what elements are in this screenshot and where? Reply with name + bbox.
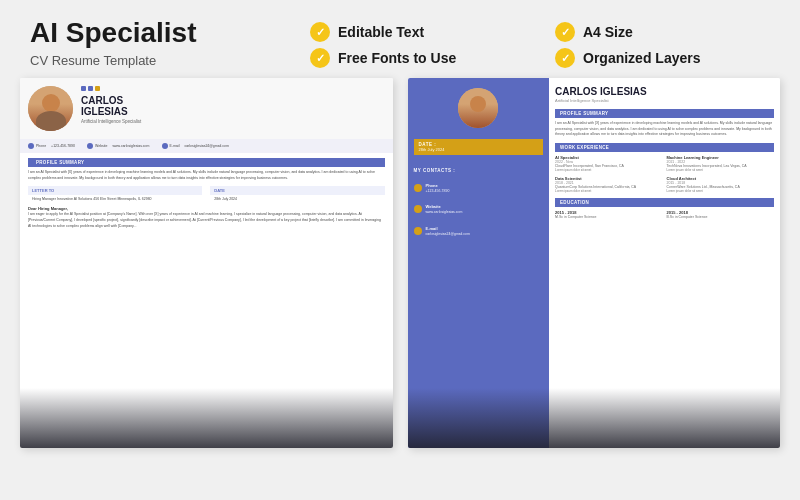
profile-text-1: I am an AI Specialist with [X] years of … bbox=[20, 170, 393, 181]
preview-area: CARLOS IGLESIAS Artificial Intelligence … bbox=[0, 78, 800, 500]
resume-name-1: CARLOS IGLESIAS bbox=[81, 95, 385, 117]
dot-blue-2 bbox=[88, 86, 93, 91]
dot-gold-1 bbox=[95, 86, 100, 91]
resume-card-2: DATE : 28th July 2024 MY CONTACTS : Phon… bbox=[408, 78, 781, 448]
avatar-2 bbox=[458, 88, 498, 128]
feature-label-editable: Editable Text bbox=[338, 24, 424, 40]
dear-text: Dear Hiring Manager, bbox=[20, 202, 393, 212]
check-icon-a4 bbox=[555, 22, 575, 42]
profile-summary-bar-1: PROFILE SUMMARY bbox=[28, 158, 385, 167]
phone-icon-2 bbox=[414, 184, 422, 192]
website-icon-1 bbox=[87, 143, 93, 149]
feature-editable-text: Editable Text bbox=[310, 22, 525, 42]
page-wrapper: AI Specialist CV Resume Template Editabl… bbox=[0, 0, 800, 500]
contact-email-2: E-mail carlosiglesias24@gmail.com bbox=[414, 226, 544, 237]
check-icon-layers bbox=[555, 48, 575, 68]
feature-label-fonts: Free Fonts to Use bbox=[338, 50, 456, 66]
email-icon-1 bbox=[162, 143, 168, 149]
avatar-1 bbox=[28, 86, 73, 131]
avatar-inner-2 bbox=[458, 88, 498, 128]
edu-item-0: 2015 - 2018 M.Sc in Computer Science bbox=[555, 210, 662, 219]
check-icon-fonts bbox=[310, 48, 330, 68]
check-icon-editable bbox=[310, 22, 330, 42]
date-col: DATE 28th July 2024 bbox=[210, 186, 384, 202]
letter-to-text: Hiring Manager Innovative AI Solutions 4… bbox=[28, 197, 202, 202]
contact-bar-1: Phone +123-456-7890 Website www.carlosig… bbox=[20, 139, 393, 153]
avatar-person-1 bbox=[28, 86, 73, 131]
main-title: AI Specialist bbox=[30, 18, 250, 49]
date-val-2: 28th July 2024 bbox=[419, 147, 539, 152]
body-text-1: I am eager to apply for the AI Specialis… bbox=[20, 212, 393, 229]
card2-sidebar: DATE : 28th July 2024 MY CONTACTS : Phon… bbox=[408, 78, 550, 448]
resume-role-1: Artificial Intelligence Specialist bbox=[81, 119, 385, 124]
contact-phone-1: Phone +123-456-7890 bbox=[28, 143, 75, 149]
work-desc-1: Lorem ipsum dolor sit amet bbox=[667, 168, 774, 172]
name-2: CARLOS IGLESIAS bbox=[555, 86, 774, 97]
resume-card-1: CARLOS IGLESIAS Artificial Intelligence … bbox=[20, 78, 393, 448]
color-dots-1 bbox=[81, 86, 385, 91]
work-item-3: Cloud Architect 2015 - 2018 CornerWare S… bbox=[667, 176, 774, 193]
role-2: Artificial Intelligence Specialist bbox=[555, 98, 774, 103]
email-text-2: E-mail carlosiglesias24@gmail.com bbox=[426, 226, 470, 237]
contacts-label-2: MY CONTACTS : bbox=[414, 168, 544, 173]
dot-blue-1 bbox=[81, 86, 86, 91]
website-icon-2 bbox=[414, 205, 422, 213]
feature-label-a4: A4 Size bbox=[583, 24, 633, 40]
feature-a4-size: A4 Size bbox=[555, 22, 770, 42]
work-item-2: Data Scientist 2018 - 2021 QuantumCorp S… bbox=[555, 176, 662, 193]
edu-item-1: 2015 - 2018 B.Sc in Computer Science bbox=[667, 210, 774, 219]
header: AI Specialist CV Resume Template Editabl… bbox=[0, 0, 800, 78]
name-block-1: CARLOS IGLESIAS Artificial Intelligence … bbox=[81, 86, 385, 124]
profile-bar-2: PROFILE SUMMARY bbox=[555, 109, 774, 118]
work-desc-2: Lorem ipsum dolor sit amet bbox=[555, 189, 662, 193]
phone-text-2: Phone +123-456-7890 bbox=[426, 183, 450, 194]
profile-text-2: I am an AI Specialist with [X] years of … bbox=[555, 121, 774, 138]
date-label: DATE bbox=[210, 186, 384, 195]
work-bar-2: WORK EXPERIENCE bbox=[555, 143, 774, 152]
feature-free-fonts: Free Fonts to Use bbox=[310, 48, 525, 68]
card2-layout: DATE : 28th July 2024 MY CONTACTS : Phon… bbox=[408, 78, 781, 448]
work-item-0: AI Specialist 2022 - Now CloudFlare Inco… bbox=[555, 155, 662, 172]
work-item-1: Machine Learning Engineer 2021 - 2022 Te… bbox=[667, 155, 774, 172]
subtitle: CV Resume Template bbox=[30, 53, 250, 68]
edu-school-0: M.Sc in Computer Science bbox=[555, 215, 662, 219]
edu-school-1: B.Sc in Computer Science bbox=[667, 215, 774, 219]
website-text-2: Website www.carlosiglesias.com bbox=[426, 204, 463, 215]
letter-col: LETTER TO Hiring Manager Innovative AI S… bbox=[28, 186, 202, 202]
phone-icon-1 bbox=[28, 143, 34, 149]
work-desc-0: Lorem ipsum dolor sit amet bbox=[555, 168, 662, 172]
card1-header: CARLOS IGLESIAS Artificial Intelligence … bbox=[20, 78, 393, 139]
edu-grid-2: 2015 - 2018 M.Sc in Computer Science 201… bbox=[555, 210, 774, 219]
email-icon-2 bbox=[414, 227, 422, 235]
work-grid-2: AI Specialist 2022 - Now CloudFlare Inco… bbox=[555, 155, 774, 193]
card1-bottom-overlay bbox=[20, 388, 393, 448]
feature-label-layers: Organized Layers bbox=[583, 50, 701, 66]
contact-email-1: E-mail carlosiglesias24@gmail.com bbox=[162, 143, 229, 149]
title-block: AI Specialist CV Resume Template bbox=[30, 18, 250, 68]
features-grid: Editable Text A4 Size Free Fonts to Use … bbox=[270, 18, 770, 68]
education-bar-2: EDUCATION bbox=[555, 198, 774, 207]
feature-organized-layers: Organized Layers bbox=[555, 48, 770, 68]
two-col-1: LETTER TO Hiring Manager Innovative AI S… bbox=[20, 186, 393, 202]
letter-label: LETTER TO bbox=[28, 186, 202, 195]
date-box-2: DATE : 28th July 2024 bbox=[414, 139, 544, 155]
work-desc-3: Lorem ipsum dolor sit amet bbox=[667, 189, 774, 193]
date-value-1: 28th July 2024 bbox=[210, 197, 384, 201]
contact-website-1: Website www.carlosiglesias.com bbox=[87, 143, 150, 149]
card2-main: CARLOS IGLESIAS Artificial Intelligence … bbox=[549, 78, 780, 448]
contact-phone-2: Phone +123-456-7890 bbox=[414, 183, 544, 194]
contact-website-2: Website www.carlosiglesias.com bbox=[414, 204, 544, 215]
